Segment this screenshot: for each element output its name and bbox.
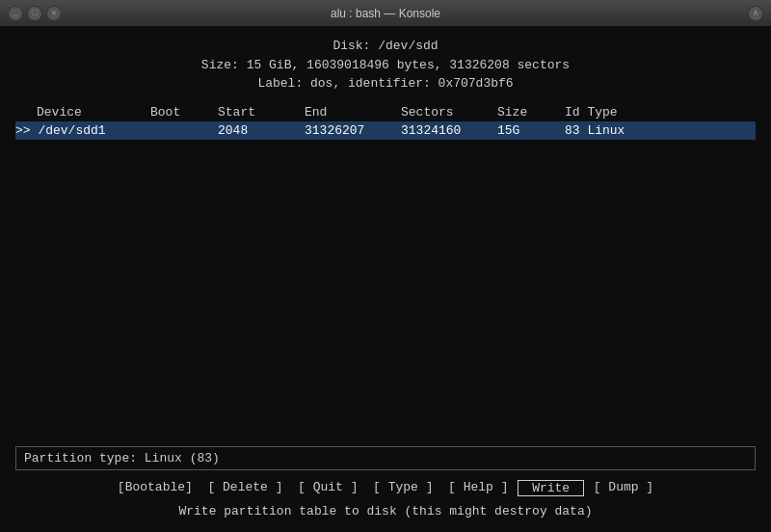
menu-delete[interactable]: [ Delete ]: [200, 480, 291, 496]
menu-help[interactable]: [ Help ]: [440, 480, 516, 496]
row-size: 15G: [497, 123, 565, 138]
row-sectors: 31324160: [401, 123, 497, 138]
row-arrow: >>: [15, 123, 38, 138]
status-text: Write partition table to disk (this migh…: [15, 504, 756, 522]
menu-type[interactable]: [ Type ]: [365, 480, 440, 496]
row-end: 31326207: [305, 123, 401, 138]
col-header-end: End: [305, 105, 401, 120]
window-title: alu : bash — Konsole: [331, 7, 440, 20]
window-controls[interactable]: _ □ ✕: [8, 6, 62, 21]
minimize-button[interactable]: _: [8, 6, 23, 21]
title-bar: _ □ ✕ alu : bash — Konsole ∧: [0, 0, 771, 27]
close-button[interactable]: ✕: [46, 6, 62, 21]
col-header-size: Size: [497, 105, 565, 120]
row-start: 2048: [218, 123, 305, 138]
table-header: Device Boot Start End Sectors Size Id Ty…: [15, 103, 756, 121]
bottom-section: Partition type: Linux (83) [Bootable] [ …: [15, 446, 756, 522]
row-idtype: 83 Linux: [565, 123, 680, 138]
col-header-device: Device: [15, 105, 150, 120]
title-bar-right-controls[interactable]: ∧: [748, 6, 763, 21]
menu-quit[interactable]: [ Quit ]: [290, 480, 365, 496]
disk-info: Disk: /dev/sdd Size: 15 GiB, 16039018496…: [15, 37, 756, 93]
col-header-start: Start: [218, 105, 305, 120]
row-arrow-device: >> /dev/sdd1: [15, 123, 150, 138]
main-content-area: [15, 140, 756, 447]
menu-bar: [Bootable] [ Delete ] [ Quit ] [ Type ] …: [15, 480, 756, 496]
partition-type-box: Partition type: Linux (83): [15, 446, 756, 470]
disk-header: Disk: /dev/sdd: [15, 37, 756, 56]
partition-type-label: Partition type: Linux (83): [24, 451, 220, 466]
menu-dump[interactable]: [ Dump ]: [586, 480, 669, 496]
extra-button-1[interactable]: ∧: [748, 6, 763, 21]
disk-label: Label: dos, identifier: 0x707d3bf6: [15, 74, 756, 93]
disk-size: Size: 15 GiB, 16039018496 bytes, 3132620…: [15, 56, 756, 75]
col-header-idtype: Id Type: [565, 105, 680, 120]
col-header-sectors: Sectors: [401, 105, 497, 120]
col-header-boot: Boot: [150, 105, 218, 120]
menu-bootable[interactable]: [Bootable]: [102, 480, 199, 496]
table-row[interactable]: >> /dev/sdd1 2048 31326207 31324160 15G …: [15, 121, 756, 140]
menu-write[interactable]: Write: [518, 480, 584, 496]
maximize-button[interactable]: □: [27, 6, 42, 21]
terminal-area: Disk: /dev/sdd Size: 15 GiB, 16039018496…: [0, 27, 771, 532]
row-boot: [150, 123, 218, 138]
